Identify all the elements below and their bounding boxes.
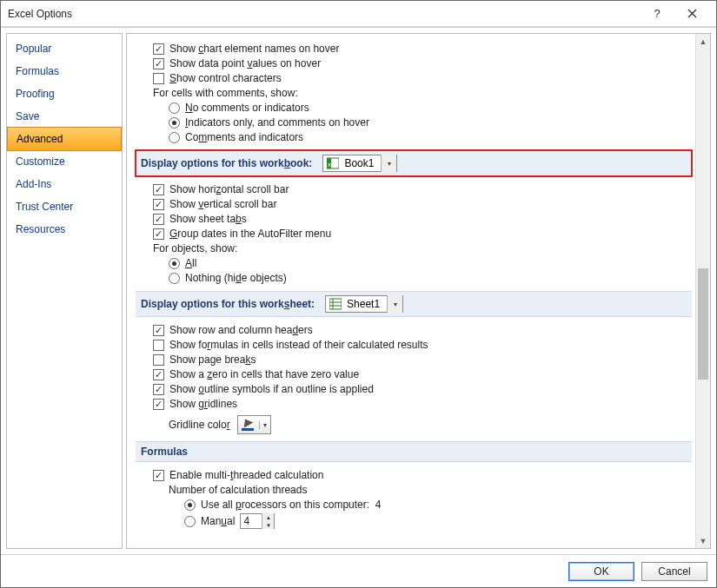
spinner-value: 4 xyxy=(241,515,262,527)
titlebar: Excel Options ? xyxy=(1,1,716,27)
label-vertical-scroll: Show vertical scroll bar xyxy=(169,198,276,210)
dropdown-workbook[interactable]: x Book1 ▾ xyxy=(322,155,397,172)
checkbox-multithreaded[interactable] xyxy=(153,470,164,481)
scrollbar-thumb[interactable] xyxy=(698,268,708,380)
section-title-workbook: Display options for this workbook: xyxy=(141,157,312,169)
chevron-down-icon: ▾ xyxy=(381,155,396,172)
radio-objects-all[interactable] xyxy=(169,258,180,269)
checkbox-group-dates[interactable] xyxy=(153,228,164,240)
spinner-up-icon[interactable]: ▲ xyxy=(262,513,274,521)
checkbox-chart-element-names[interactable] xyxy=(153,43,164,55)
label-cells-with-comments: For cells with comments, show: xyxy=(153,87,692,99)
checkbox-horizontal-scroll[interactable] xyxy=(153,184,164,195)
radio-use-all-processors[interactable] xyxy=(184,499,196,511)
checkbox-row-col-headers[interactable] xyxy=(153,325,164,336)
label-data-point-values: Show data point values on hover xyxy=(169,57,321,69)
spinner-down-icon[interactable]: ▼ xyxy=(262,521,274,529)
label-use-all-processors: Use all processors on this computer: xyxy=(201,499,369,511)
label-sheet-tabs: Show sheet tabs xyxy=(169,213,247,225)
help-button[interactable]: ? xyxy=(640,1,674,27)
radio-manual-threads[interactable] xyxy=(184,516,196,527)
sidebar-item-advanced[interactable]: Advanced xyxy=(7,127,122,151)
sidebar-item-customize[interactable]: Customize xyxy=(7,150,122,173)
dialog-footer: OK Cancel xyxy=(1,554,716,587)
label-group-dates: Group dates in the AutoFilter menu xyxy=(169,228,331,240)
section-display-worksheet: Display options for this worksheet: Shee… xyxy=(136,291,692,317)
svg-text:x: x xyxy=(328,161,331,168)
gridline-color-picker[interactable]: ▾ xyxy=(237,415,271,434)
excel-workbook-icon: x xyxy=(327,157,341,169)
checkbox-gridlines[interactable] xyxy=(153,399,164,410)
radio-comments-and-indicators[interactable] xyxy=(169,132,180,143)
vertical-scrollbar[interactable]: ▲ ▼ xyxy=(695,34,710,548)
checkbox-show-formulas[interactable] xyxy=(153,340,164,351)
excel-options-dialog: Excel Options ? Popular Formulas Proofin… xyxy=(0,0,717,588)
radio-no-comments[interactable] xyxy=(169,102,180,114)
label-zero-values: Show a zero in cells that have zero valu… xyxy=(169,368,359,380)
close-button[interactable] xyxy=(674,1,709,27)
excel-sheet-icon xyxy=(329,298,343,310)
label-manual-threads: Manual xyxy=(201,515,235,527)
checkbox-outline-symbols[interactable] xyxy=(153,384,164,395)
label-gridline-color: Gridline color xyxy=(169,419,230,431)
label-chart-element-names: Show chart element names on hover xyxy=(169,43,339,55)
label-no-comments: No comments or indicators xyxy=(185,102,309,114)
paint-bucket-icon xyxy=(242,419,254,431)
section-title-worksheet: Display options for this worksheet: xyxy=(141,298,315,310)
scroll-down-icon[interactable]: ▼ xyxy=(696,533,710,548)
label-gridlines: Show gridlines xyxy=(169,398,237,410)
chevron-down-icon: ▾ xyxy=(259,421,267,429)
dropdown-worksheet[interactable]: Sheet1 ▾ xyxy=(325,295,403,313)
label-objects-all: All xyxy=(185,257,196,269)
options-panel: Show chart element names on hover Show d… xyxy=(127,34,695,548)
radio-objects-nothing[interactable] xyxy=(169,273,180,284)
sidebar-item-formulas[interactable]: Formulas xyxy=(7,60,122,83)
label-horizontal-scroll: Show horizontal scroll bar xyxy=(169,183,289,195)
scroll-up-icon[interactable]: ▲ xyxy=(696,34,710,49)
checkbox-page-breaks[interactable] xyxy=(153,354,164,366)
label-control-characters: Show control characters xyxy=(169,72,282,84)
sidebar-item-proofing[interactable]: Proofing xyxy=(7,83,122,105)
dropdown-worksheet-value: Sheet1 xyxy=(347,298,380,310)
ok-button[interactable]: OK xyxy=(568,562,634,581)
svg-rect-3 xyxy=(329,299,342,309)
section-display-workbook: Display options for this workbook: x Boo… xyxy=(136,150,692,176)
chevron-down-icon: ▾ xyxy=(387,295,402,313)
label-comments-and-indicators: Comments and indicators xyxy=(185,131,303,143)
sidebar-item-popular[interactable]: Popular xyxy=(7,37,122,60)
checkbox-data-point-values[interactable] xyxy=(153,58,164,69)
checkbox-vertical-scroll[interactable] xyxy=(153,199,164,210)
cancel-button[interactable]: Cancel xyxy=(641,562,707,581)
checkbox-zero-values[interactable] xyxy=(153,369,164,380)
spinner-manual-threads[interactable]: 4 ▲▼ xyxy=(240,513,275,529)
window-title: Excel Options xyxy=(8,8,640,20)
label-indicators-only: Indicators only, and comments on hover xyxy=(185,116,369,129)
sidebar-item-trust-center[interactable]: Trust Center xyxy=(7,195,122,218)
label-num-threads: Number of calculation threads xyxy=(169,484,692,496)
sidebar-item-save[interactable]: Save xyxy=(7,105,122,128)
label-for-objects: For objects, show: xyxy=(153,242,692,254)
sidebar: Popular Formulas Proofing Save Advanced … xyxy=(6,33,123,549)
section-title-formulas: Formulas xyxy=(141,446,188,458)
label-show-formulas: Show formulas in cells instead of their … xyxy=(169,339,428,351)
dropdown-workbook-value: Book1 xyxy=(344,157,374,169)
label-multithreaded: Enable multi-threaded calculation xyxy=(169,469,323,481)
label-objects-nothing: Nothing (hide objects) xyxy=(185,272,287,284)
sidebar-item-resources[interactable]: Resources xyxy=(7,218,122,241)
label-page-breaks: Show page breaks xyxy=(169,353,256,366)
checkbox-control-characters[interactable] xyxy=(153,73,164,84)
radio-indicators-only[interactable] xyxy=(169,117,180,129)
checkbox-sheet-tabs[interactable] xyxy=(153,214,164,225)
label-outline-symbols: Show outline symbols if an outline is ap… xyxy=(169,383,374,395)
sidebar-item-addins[interactable]: Add-Ins xyxy=(7,173,122,195)
section-formulas: Formulas xyxy=(136,441,692,462)
value-processor-count: 4 xyxy=(375,499,382,511)
label-row-col-headers: Show row and column headers xyxy=(169,324,313,336)
